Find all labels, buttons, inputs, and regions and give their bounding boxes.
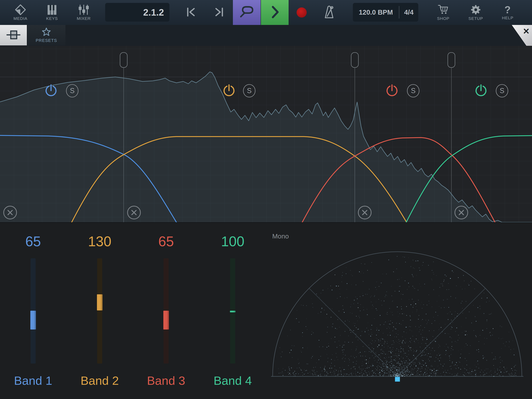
play-button[interactable] xyxy=(261,0,289,25)
app-window: MEDIA KEYS MIXER 2.1.2 xyxy=(0,0,532,399)
plugin-tab-bar: PRESETS R W xyxy=(0,25,532,46)
keys-button[interactable]: KEYS xyxy=(39,0,65,25)
band1-delete-button[interactable] xyxy=(3,206,17,219)
shop-label: SHOP xyxy=(437,16,450,21)
tab-plugin-active[interactable] xyxy=(0,25,27,45)
band4-label: Band 4 xyxy=(205,374,260,387)
time-signature-value: 4/4 xyxy=(399,8,418,16)
band3-slider-handle[interactable] xyxy=(163,310,169,330)
help-button[interactable]: ? HELP xyxy=(495,0,520,25)
mixer-button[interactable]: MIXER xyxy=(71,0,96,25)
band2-delete-button[interactable] xyxy=(127,206,141,219)
pan-position-marker[interactable] xyxy=(395,377,400,382)
presets-label: PRESETS xyxy=(36,38,57,43)
help-label: HELP xyxy=(502,16,513,20)
crossover1-handle[interactable] xyxy=(120,52,127,68)
band4-power-button[interactable] xyxy=(474,84,488,97)
keys-label: KEYS xyxy=(46,16,58,21)
band4-solo-button[interactable]: S xyxy=(496,84,508,97)
close-icon: ✕ xyxy=(523,26,530,36)
media-label: MEDIA xyxy=(13,16,27,21)
band1-label: Band 1 xyxy=(6,374,60,387)
record-button[interactable] xyxy=(297,7,307,18)
band2-slider[interactable] xyxy=(97,258,102,364)
skip-to-start-icon xyxy=(186,7,196,18)
help-icon: ? xyxy=(505,5,511,15)
loop-icon xyxy=(239,4,255,21)
tab-presets[interactable]: PRESETS xyxy=(27,25,65,45)
crossover3-handle[interactable] xyxy=(448,52,455,68)
spectrum-graph xyxy=(0,46,532,222)
bottom-panel: Mono 65Band 1130Band 265Band 3100Band 4 xyxy=(0,222,532,399)
band3-delete-button[interactable] xyxy=(358,206,372,219)
metronome-button[interactable] xyxy=(317,0,342,25)
band1-power-button[interactable] xyxy=(44,84,58,97)
band2-value: 130 xyxy=(76,233,123,249)
bpm-value: 120.0 BPM xyxy=(353,8,399,16)
star-icon xyxy=(42,27,51,37)
skip-to-end-icon xyxy=(214,7,224,18)
loop-button[interactable] xyxy=(233,0,260,25)
song-position-display[interactable]: 2.1.2 xyxy=(105,3,169,22)
crossover2-handle[interactable] xyxy=(351,52,359,68)
shop-button[interactable]: SHOP xyxy=(431,0,456,25)
mixer-label: MIXER xyxy=(77,16,91,21)
gear-icon xyxy=(470,4,482,15)
go-to-end-button[interactable] xyxy=(207,0,231,25)
play-icon xyxy=(267,4,283,21)
tempo-display[interactable]: 120.0 BPM 4/4 xyxy=(353,3,418,22)
shop-cart-icon xyxy=(437,4,449,15)
setup-button[interactable]: SETUP xyxy=(463,0,488,25)
band2-label: Band 2 xyxy=(72,374,127,387)
media-icon xyxy=(14,4,27,15)
band3-solo-button[interactable]: S xyxy=(407,84,419,97)
band3-label: Band 3 xyxy=(139,374,193,387)
band3-power-button[interactable] xyxy=(385,84,399,97)
band4-value: 100 xyxy=(209,233,256,249)
metronome-icon xyxy=(323,5,336,20)
band1-slider-handle[interactable] xyxy=(30,310,36,330)
mixer-icon xyxy=(78,4,90,15)
main-toolbar: MEDIA KEYS MIXER 2.1.2 xyxy=(0,0,532,25)
crossover-spectrum-panel[interactable] xyxy=(0,46,532,222)
band2-slider-handle[interactable] xyxy=(97,294,103,310)
band2-solo-button[interactable]: S xyxy=(243,84,255,97)
band1-value: 65 xyxy=(10,233,57,249)
setup-label: SETUP xyxy=(468,16,483,21)
keys-icon xyxy=(46,4,58,15)
band1-solo-button[interactable]: S xyxy=(66,84,78,97)
band3-value: 65 xyxy=(143,233,190,249)
song-position-value: 2.1.2 xyxy=(143,7,164,18)
band4-delete-button[interactable] xyxy=(455,206,468,219)
band4-slider-handle[interactable] xyxy=(230,310,236,313)
media-button[interactable]: MEDIA xyxy=(8,0,33,25)
multiband-plugin-icon xyxy=(5,27,22,44)
band2-power-button[interactable] xyxy=(222,84,236,97)
go-to-start-button[interactable] xyxy=(179,0,203,25)
goniometer-display xyxy=(268,223,532,399)
